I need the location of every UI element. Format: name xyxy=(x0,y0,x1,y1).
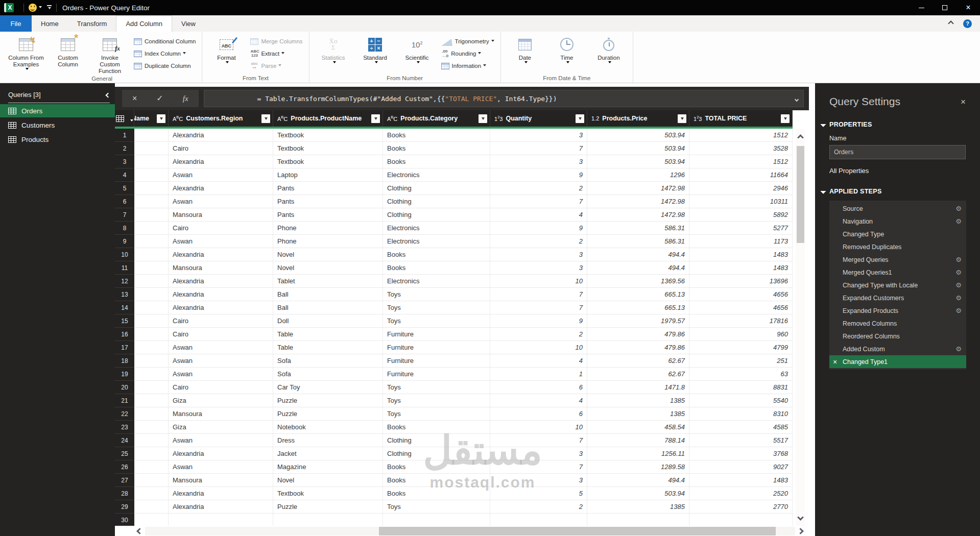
cell-price[interactable]: 586.31 xyxy=(587,235,689,248)
cell-price[interactable]: 62.67 xyxy=(587,368,689,381)
cell-name[interactable] xyxy=(134,368,169,381)
row-number[interactable]: 8 xyxy=(115,222,134,235)
applied-step-reordered-columns[interactable]: Reordered Columns xyxy=(829,330,966,343)
cell-qty[interactable]: 10 xyxy=(490,275,587,288)
cell-name[interactable] xyxy=(134,354,169,368)
cell-product[interactable]: Puzzle xyxy=(273,394,383,407)
filter-dropdown-button[interactable] xyxy=(157,114,165,123)
cell-qty[interactable]: 1 xyxy=(490,368,587,381)
row-number[interactable]: 12 xyxy=(115,275,134,288)
cell-total[interactable]: 10311 xyxy=(689,195,793,208)
cell-price[interactable]: 494.4 xyxy=(587,474,689,487)
cell-region[interactable]: Alexandria xyxy=(169,182,273,195)
parse-button[interactable]: abc↦Parse xyxy=(247,60,305,72)
applied-step-added-custom[interactable]: Added Custom⚙ xyxy=(829,343,966,355)
cell-name[interactable] xyxy=(134,275,169,288)
cell-name[interactable] xyxy=(134,447,169,460)
row-number[interactable]: 18 xyxy=(115,354,134,368)
row-number[interactable]: 24 xyxy=(115,434,134,447)
applied-step-changed-type[interactable]: Changed Type xyxy=(829,228,966,240)
duplicate-column-button[interactable]: Duplicate Column xyxy=(131,60,199,72)
applied-step-removed-duplicates[interactable]: Removed Duplicates xyxy=(829,240,966,253)
cell-qty[interactable]: 3 xyxy=(490,474,587,487)
cell-price[interactable]: 494.4 xyxy=(587,248,689,261)
cell-price[interactable]: 494.4 xyxy=(587,261,689,275)
cell-product[interactable]: Puzzle xyxy=(273,500,383,514)
cell-product[interactable]: Dress xyxy=(273,434,383,447)
applied-steps-section-header[interactable]: APPLIED STEPS xyxy=(821,188,980,195)
cell-total[interactable]: 1483 xyxy=(689,474,793,487)
cell-price[interactable]: 665.13 xyxy=(587,288,689,301)
row-number[interactable]: 11 xyxy=(115,261,134,275)
cell-price[interactable]: 1471.8 xyxy=(587,381,689,394)
cell-region[interactable]: Cairo xyxy=(169,142,273,155)
row-number[interactable]: 4 xyxy=(115,168,134,182)
cell-total[interactable]: 4656 xyxy=(689,301,793,314)
custom-column-button[interactable]: *Custom Column xyxy=(47,33,89,68)
statistics-button[interactable]: X̄σΣStatistics xyxy=(313,33,354,65)
cell-region[interactable]: Cairo xyxy=(169,328,273,341)
cell-product[interactable]: Novel xyxy=(273,248,383,261)
applied-step-removed-columns[interactable]: Removed Columns xyxy=(829,317,966,330)
cell-category[interactable]: Clothing xyxy=(383,447,490,460)
cell-qty[interactable]: 3 xyxy=(490,447,587,460)
cell-product[interactable]: Textbook xyxy=(273,142,383,155)
row-number[interactable]: 27 xyxy=(115,474,134,487)
cell-region[interactable]: Alexandria xyxy=(169,275,273,288)
filter-dropdown-button[interactable] xyxy=(781,114,790,123)
cell-region[interactable]: Aswan xyxy=(169,195,273,208)
cell-product[interactable]: Pants xyxy=(273,182,383,195)
cell-region[interactable]: Alexandria xyxy=(169,487,273,500)
cell-product[interactable]: Ball xyxy=(273,288,383,301)
horizontal-scrollbar-track[interactable] xyxy=(145,527,795,535)
cell-qty[interactable]: 7 xyxy=(490,301,587,314)
cell-product[interactable]: Puzzle xyxy=(273,407,383,421)
cell-name[interactable] xyxy=(134,182,169,195)
column-header-products-price[interactable]: 1.2Products.Price xyxy=(587,110,689,127)
cell-price[interactable]: 1472.98 xyxy=(587,195,689,208)
row-number[interactable]: 26 xyxy=(115,460,134,474)
column-header-quantity[interactable]: 123Quantity xyxy=(490,110,587,127)
cell-product[interactable]: Notebook xyxy=(273,421,383,434)
cell-qty[interactable]: 4 xyxy=(490,394,587,407)
cell-product[interactable]: Pants xyxy=(273,195,383,208)
cell-product[interactable]: Magazine xyxy=(273,460,383,474)
information-button[interactable]: Information xyxy=(438,60,497,72)
cell-name[interactable] xyxy=(134,235,169,248)
gear-icon[interactable]: ⚙ xyxy=(955,205,962,212)
close-settings-icon[interactable]: × xyxy=(958,97,969,107)
cell-category[interactable]: Books xyxy=(383,421,490,434)
cell-name[interactable] xyxy=(134,394,169,407)
cell-price[interactable]: 586.31 xyxy=(587,222,689,235)
cell-category[interactable]: Books xyxy=(383,487,490,500)
cell-name[interactable] xyxy=(134,168,169,182)
cell-price[interactable]: 1385 xyxy=(587,407,689,421)
cell-product[interactable]: Textbook xyxy=(273,487,383,500)
cell-product[interactable]: Phone xyxy=(273,222,383,235)
scroll-down-icon[interactable] xyxy=(798,513,803,522)
row-number[interactable]: 3 xyxy=(115,155,134,168)
cell-category[interactable]: Electronics xyxy=(383,235,490,248)
cell-qty[interactable]: 7 xyxy=(490,434,587,447)
close-button[interactable]: × xyxy=(957,0,980,15)
row-number[interactable]: 28 xyxy=(115,487,134,500)
excel-icon[interactable] xyxy=(4,3,14,12)
cell-qty[interactable]: 2 xyxy=(490,500,587,514)
query-name-input[interactable] xyxy=(829,145,966,159)
sidebar-item-products[interactable]: Products xyxy=(0,133,115,146)
cell-name[interactable] xyxy=(134,195,169,208)
commit-formula-button[interactable]: ✓ xyxy=(153,94,166,103)
cell-qty[interactable]: 3 xyxy=(490,248,587,261)
cell-qty[interactable] xyxy=(490,514,587,526)
help-icon[interactable]: ? xyxy=(963,19,972,28)
cell-price[interactable]: 62.67 xyxy=(587,354,689,368)
cell-total[interactable]: 1512 xyxy=(689,129,793,142)
row-number[interactable]: 13 xyxy=(115,288,134,301)
column-header-customers-region[interactable]: ABCCustomers.Region xyxy=(169,110,273,127)
cell-name[interactable] xyxy=(134,261,169,275)
cell-region[interactable]: Alexandria xyxy=(169,129,273,142)
tab-home[interactable]: Home xyxy=(32,15,68,32)
cell-category[interactable]: Electronics xyxy=(383,275,490,288)
cell-region[interactable]: Alexandria xyxy=(169,248,273,261)
maximize-button[interactable] xyxy=(933,0,957,15)
